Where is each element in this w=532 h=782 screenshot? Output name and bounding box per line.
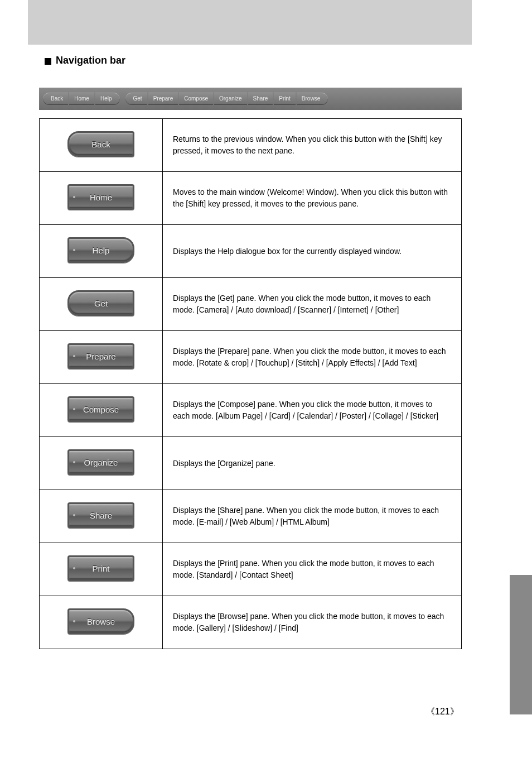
toolbar-back-button[interactable]: Back [43,93,68,105]
description-cell: Displays the [Compose] pane. When you cl… [163,384,462,437]
button-label: Help [69,239,133,261]
share-button[interactable]: Share [67,502,134,528]
toolbar-compose-button[interactable]: Compose [179,93,213,105]
page-number: 《121》 [426,706,459,718]
button-label: Print [69,557,133,579]
toolbar-group-left: BackHomeHelp [42,88,120,110]
section-heading: Navigation bar [56,55,125,66]
get-button[interactable]: Get [67,290,134,316]
side-tab [510,575,532,714]
description-cell: Displays the Help dialogue box for the c… [163,225,462,278]
browse-button[interactable]: Browse [67,608,134,634]
home-button[interactable]: Home [67,184,134,210]
button-label: Back [69,133,133,155]
toolbar-help-button[interactable]: Help [95,93,120,105]
button-cell: Help [40,225,163,278]
description-cell: Moves to the main window (Welcome! Windo… [163,172,462,225]
buttons-table: BackReturns to the previous window. When… [39,118,462,649]
table-row: ShareDisplays the [Share] pane. When you… [40,490,462,543]
description-cell: Returns to the previous window. When you… [163,119,462,172]
description-cell: Displays the [Browse] pane. When you cli… [163,596,462,649]
organize-button[interactable]: Organize [67,449,134,475]
header-bar [28,0,472,45]
toolbar-prepare-button[interactable]: Prepare [148,93,178,105]
button-cell: Back [40,119,163,172]
description-cell: Displays the [Print] pane. When you clic… [163,543,462,596]
button-cell: Prepare [40,331,163,384]
print-button[interactable]: Print [67,555,134,581]
button-cell: Organize [40,437,163,490]
toolbar-organize-button[interactable]: Organize [214,93,247,105]
prepare-button[interactable]: Prepare [67,343,134,369]
button-cell: Browse [40,596,163,649]
button-cell: Share [40,490,163,543]
button-label: Organize [69,451,133,473]
description-cell: Displays the [Get] pane. When you click … [163,278,462,331]
description-cell: Displays the [Organize] pane. [163,437,462,490]
toolbar-group-right: GetPrepareComposeOrganizeSharePrintBrows… [125,88,329,110]
help-button[interactable]: Help [67,237,134,263]
back-button[interactable]: Back [67,131,134,157]
button-label: Browse [69,610,133,632]
table-row: PrintDisplays the [Print] pane. When you… [40,543,462,596]
button-label: Prepare [69,345,133,367]
toolbar-share-button[interactable]: Share [248,93,273,105]
button-cell: Home [40,172,163,225]
button-cell: Print [40,543,163,596]
button-cell: Get [40,278,163,331]
toolbar-home-button[interactable]: Home [69,93,94,105]
button-label: Get [69,292,133,314]
toolbar-print-button[interactable]: Print [274,93,296,105]
compose-button[interactable]: Compose [67,396,134,422]
table-row: HelpDisplays the Help dialogue box for t… [40,225,462,278]
bullet-icon [45,58,51,65]
table-row: HomeMoves to the main window (Welcome! W… [40,172,462,225]
table-row: BrowseDisplays the [Browse] pane. When y… [40,596,462,649]
table-row: PrepareDisplays the [Prepare] pane. When… [40,331,462,384]
description-cell: Displays the [Share] pane. When you clic… [163,490,462,543]
table-row: GetDisplays the [Get] pane. When you cli… [40,278,462,331]
nav-toolbar: BackHomeHelp GetPrepareComposeOrganizeSh… [39,88,462,110]
button-label: Home [69,186,133,208]
button-label: Compose [69,398,133,420]
toolbar-browse-button[interactable]: Browse [297,93,328,105]
description-cell: Displays the [Prepare] pane. When you cl… [163,331,462,384]
button-label: Share [69,504,133,526]
table-row: OrganizeDisplays the [Organize] pane. [40,437,462,490]
toolbar-get-button[interactable]: Get [125,93,147,105]
table-row: BackReturns to the previous window. When… [40,119,462,172]
table-row: ComposeDisplays the [Compose] pane. When… [40,384,462,437]
button-cell: Compose [40,384,163,437]
